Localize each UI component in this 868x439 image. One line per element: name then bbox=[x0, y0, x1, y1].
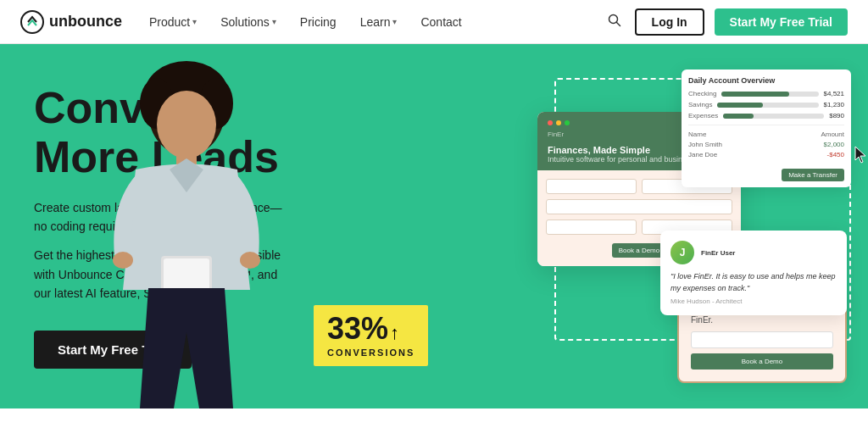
svg-point-0 bbox=[21, 11, 43, 33]
bottom-section: The #1 Landing Page Platform for 15,000+… bbox=[0, 408, 868, 439]
nav-learn[interactable]: Learn ▾ bbox=[360, 15, 398, 29]
hero-section: Convert More Leads Create custom landing… bbox=[0, 44, 868, 408]
nav-product[interactable]: Product ▾ bbox=[149, 15, 197, 29]
avatar: J bbox=[670, 241, 694, 264]
demo-submit: Book a Demo bbox=[691, 353, 833, 370]
stats-number: 33% bbox=[327, 314, 388, 344]
nav-pricing[interactable]: Pricing bbox=[300, 15, 337, 29]
testimonial-quote: "I love FinEr. It is easy to use and hel… bbox=[670, 271, 837, 294]
stats-badge: 33% ↑ CONVERSIONS bbox=[314, 305, 428, 366]
navbar: unbounce Product ▾ Solutions ▾ Pricing L… bbox=[0, 0, 868, 44]
logo[interactable]: unbounce bbox=[20, 10, 122, 34]
nav-contact[interactable]: Contact bbox=[420, 15, 461, 29]
product-chevron: ▾ bbox=[192, 17, 197, 26]
cursor-icon bbox=[854, 146, 868, 169]
demo-email-field bbox=[691, 331, 833, 348]
learn-chevron: ▾ bbox=[392, 17, 397, 26]
stats-label: CONVERSIONS bbox=[327, 347, 415, 358]
dashboard-row-1: Checking $4,521 bbox=[688, 90, 844, 97]
nav-trial-button[interactable]: Start My Free Trial bbox=[715, 8, 848, 36]
dashboard-title: Daily Account Overview bbox=[688, 76, 844, 85]
dot-red bbox=[548, 120, 553, 125]
svg-point-8 bbox=[157, 91, 216, 158]
mockup-testimonial: J FinEr User "I love FinEr. It is easy t… bbox=[660, 231, 847, 315]
mockup-dashboard: Daily Account Overview Checking $4,521 S… bbox=[682, 69, 851, 187]
svg-point-10 bbox=[240, 252, 260, 269]
svg-rect-12 bbox=[164, 258, 209, 292]
dot-green bbox=[565, 120, 570, 125]
svg-line-2 bbox=[616, 22, 620, 25]
nav-actions: Log In Start My Free Trial bbox=[604, 8, 848, 36]
dot-yellow bbox=[556, 120, 561, 125]
search-button[interactable] bbox=[604, 10, 625, 34]
mockup-container: Daily Account Overview Checking $4,521 S… bbox=[529, 61, 851, 383]
logo-text: unbounce bbox=[49, 13, 122, 31]
nav-links: Product ▾ Solutions ▾ Pricing Learn ▾ Co… bbox=[149, 15, 604, 29]
login-button[interactable]: Log In bbox=[635, 8, 704, 36]
dashboard-row-3: Expenses $890 bbox=[688, 112, 844, 119]
dashboard-row-2: Savings $1,230 bbox=[688, 101, 844, 108]
svg-point-9 bbox=[113, 252, 133, 269]
nav-solutions[interactable]: Solutions ▾ bbox=[220, 15, 276, 29]
testimonial-author: Mike Hudson - Architect bbox=[670, 297, 837, 305]
solutions-chevron: ▾ bbox=[272, 17, 276, 26]
hero-person-image bbox=[68, 53, 305, 408]
